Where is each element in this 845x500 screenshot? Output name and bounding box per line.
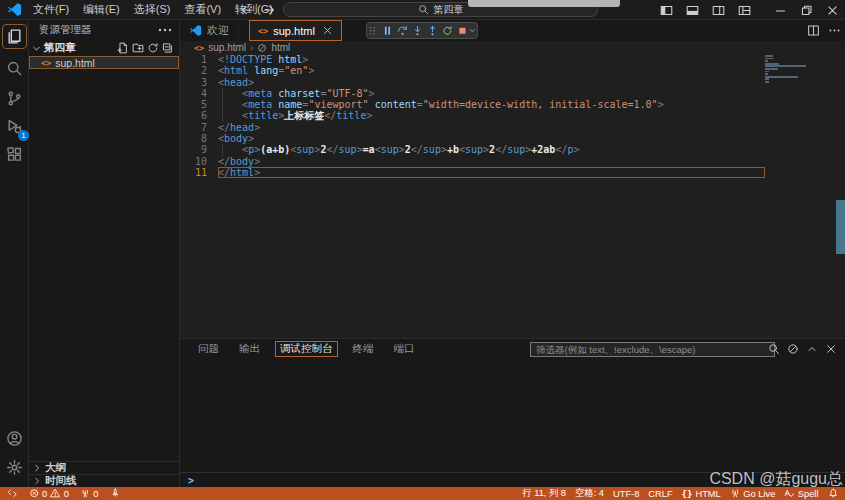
repl-prompt: > bbox=[188, 475, 194, 486]
html-file-icon: <> bbox=[194, 43, 204, 53]
code-line[interactable]: 7</head> bbox=[180, 122, 845, 133]
eol-indicator[interactable]: CRLF bbox=[648, 489, 672, 499]
step-into-icon[interactable] bbox=[412, 25, 423, 37]
minimap-line bbox=[765, 68, 778, 70]
minimap-line bbox=[765, 65, 806, 67]
menu-item[interactable]: 查看(V) bbox=[177, 0, 228, 19]
search-icon[interactable] bbox=[768, 343, 780, 355]
forward-icon[interactable] bbox=[262, 3, 276, 17]
toggle-panel-button[interactable] bbox=[679, 0, 705, 20]
watermark: CSDN @菇gugu总 bbox=[709, 469, 843, 490]
line-number: 3 bbox=[180, 77, 218, 88]
new-folder-icon[interactable] bbox=[132, 42, 144, 54]
more-actions-icon[interactable] bbox=[157, 22, 173, 38]
code-line[interactable]: 1<!DOCTYPE html> bbox=[180, 54, 845, 65]
run-debug-activity-button[interactable]: 1 bbox=[2, 114, 27, 139]
menu-item[interactable]: 文件(F) bbox=[26, 0, 76, 19]
minimap-line bbox=[765, 81, 769, 83]
breadcrumb-item[interactable]: html bbox=[271, 42, 290, 53]
toggle-secondary-sidebar-button[interactable] bbox=[705, 0, 731, 20]
minimap[interactable] bbox=[765, 55, 829, 84]
explorer-sidebar: 资源管理器 第四章 <>sup.html 大纲时间线 bbox=[29, 20, 180, 487]
language-label: HTML bbox=[695, 489, 720, 499]
panel-tab-终端[interactable]: 终端 bbox=[348, 341, 379, 357]
breadcrumb-item[interactable]: sup.html bbox=[208, 42, 246, 53]
code-line[interactable]: 5 <meta name="viewport" content="width=d… bbox=[180, 99, 845, 110]
new-file-icon[interactable] bbox=[117, 42, 129, 54]
restart-icon[interactable] bbox=[442, 25, 453, 37]
tab-欢迎[interactable]: 欢迎 bbox=[180, 20, 239, 41]
panel-tab-调试控制台[interactable]: 调试控制台 bbox=[275, 341, 338, 357]
source-control-activity-button[interactable] bbox=[2, 86, 27, 111]
close-tab-icon[interactable] bbox=[322, 25, 333, 36]
step-over-icon[interactable] bbox=[397, 25, 408, 37]
ports-indicator[interactable]: 0 bbox=[80, 488, 99, 499]
tab-label: 欢迎 bbox=[207, 23, 229, 38]
refresh-icon[interactable] bbox=[147, 42, 159, 54]
menu-item[interactable]: 编辑(E) bbox=[76, 0, 127, 19]
close-window-button[interactable] bbox=[819, 0, 845, 20]
clear-console-icon[interactable] bbox=[787, 343, 799, 355]
debug-badge: 1 bbox=[18, 130, 29, 141]
code-line[interactable]: 4 <meta charset="UTF-8"> bbox=[180, 88, 845, 99]
code-editor[interactable]: 1<!DOCTYPE html>2<html lang="en">3<head>… bbox=[180, 54, 845, 338]
account-button[interactable] bbox=[2, 426, 27, 451]
step-out-icon[interactable] bbox=[427, 25, 438, 37]
panel-tab-端口[interactable]: 端口 bbox=[389, 341, 420, 357]
indent-guide bbox=[222, 88, 223, 99]
section-label: 时间线 bbox=[45, 474, 77, 488]
code-line[interactable]: 3<head> bbox=[180, 77, 845, 88]
split-editor-icon[interactable] bbox=[807, 24, 820, 37]
rocket-icon bbox=[110, 488, 121, 499]
panel-tab-输出[interactable]: 输出 bbox=[234, 341, 265, 357]
html-file-icon: <> bbox=[258, 26, 268, 36]
indentation-indicator[interactable]: 空格: 4 bbox=[575, 487, 604, 500]
code-text: </head> bbox=[218, 122, 765, 133]
code-line[interactable]: 9 <p>(a+b)<sup>2</sup>=a<sup>2</sup>+b<s… bbox=[180, 144, 845, 155]
warning-icon bbox=[50, 488, 61, 499]
restore-button[interactable] bbox=[793, 0, 819, 20]
error-icon bbox=[29, 488, 40, 499]
encoding-indicator[interactable]: UTF-8 bbox=[613, 489, 639, 499]
panel-tab-问题[interactable]: 问题 bbox=[193, 341, 224, 357]
customize-layout-button[interactable] bbox=[731, 0, 757, 20]
file-item-sup.html[interactable]: <>sup.html bbox=[29, 56, 179, 69]
explorer-actions bbox=[117, 42, 174, 54]
code-text: <p>(a+b)<sup>2</sup>=a<sup>2</sup>+b<sup… bbox=[218, 144, 765, 155]
menu-item[interactable]: 选择(S) bbox=[127, 0, 178, 19]
maximize-panel-icon[interactable] bbox=[806, 343, 818, 355]
sidebar-section-时间线[interactable]: 时间线 bbox=[29, 474, 179, 487]
vscode-window: 文件(F)编辑(E)选择(S)查看(V)转到(G)⋯ 第四章 1 bbox=[0, 0, 845, 500]
more-actions-icon[interactable] bbox=[828, 24, 841, 37]
code-line[interactable]: 2<html lang="en"> bbox=[180, 65, 845, 76]
explorer-activity-button[interactable] bbox=[2, 24, 27, 49]
launch-indicator[interactable] bbox=[110, 488, 121, 499]
folder-section-header[interactable]: 第四章 bbox=[29, 41, 179, 55]
drag-handle-icon[interactable] bbox=[367, 25, 378, 37]
code-line[interactable]: 10</body> bbox=[180, 156, 845, 167]
code-text: <meta name="viewport" content="width=dev… bbox=[218, 99, 765, 110]
problems-indicator[interactable]: 0 0 bbox=[29, 488, 69, 499]
toggle-sidebar-button[interactable] bbox=[653, 0, 679, 20]
pause-icon[interactable] bbox=[382, 25, 393, 37]
sidebar-section-大纲[interactable]: 大纲 bbox=[29, 461, 179, 474]
minimize-button[interactable] bbox=[767, 0, 793, 20]
remote-indicator[interactable] bbox=[7, 488, 18, 499]
back-icon[interactable] bbox=[240, 3, 254, 17]
code-line[interactable]: 8<body> bbox=[180, 133, 845, 144]
language-mode[interactable]: {} HTML bbox=[682, 489, 721, 499]
code-line[interactable]: 11</html> bbox=[180, 167, 845, 178]
collapse-all-icon[interactable] bbox=[162, 42, 174, 54]
debug-filter-input[interactable] bbox=[530, 342, 775, 357]
close-panel-icon[interactable] bbox=[825, 343, 837, 355]
tab-sup.html[interactable]: <>sup.html bbox=[249, 20, 342, 41]
cursor-position[interactable]: 行 11, 列 8 bbox=[522, 487, 566, 500]
scrollbar-decoration[interactable] bbox=[836, 200, 845, 254]
chevron-down-icon[interactable] bbox=[468, 26, 477, 35]
search-activity-button[interactable] bbox=[2, 56, 27, 81]
code-line[interactable]: 6 <title>上标标签</title> bbox=[180, 110, 845, 121]
extensions-activity-button[interactable] bbox=[2, 142, 27, 167]
braces-icon: {} bbox=[682, 489, 693, 499]
stop-icon[interactable] bbox=[457, 25, 468, 37]
settings-button[interactable] bbox=[2, 455, 27, 480]
